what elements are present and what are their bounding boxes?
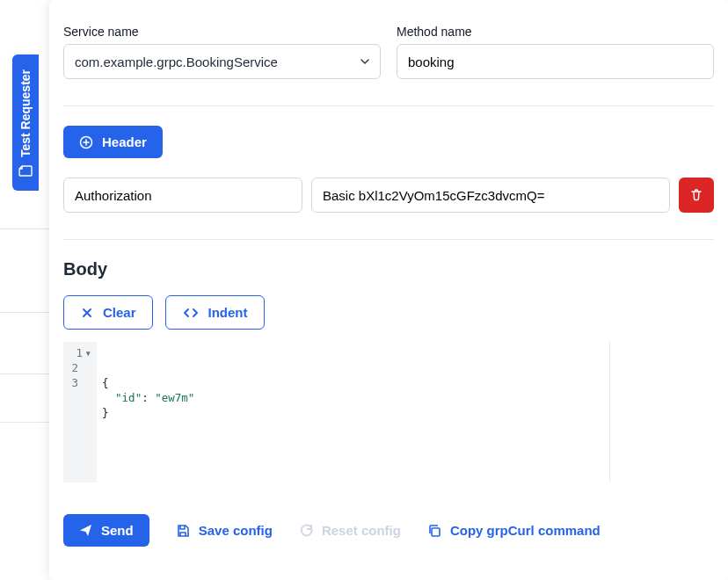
copy-grpcurl-button[interactable]: Copy grpCurl command	[427, 523, 601, 538]
side-tab-label: Test Requester	[18, 69, 33, 156]
service-name-label: Service name	[63, 25, 381, 39]
header-key-input[interactable]	[75, 188, 291, 203]
code-line: }	[102, 406, 109, 419]
save-config-label: Save config	[199, 523, 273, 538]
trash-icon	[689, 188, 703, 202]
close-icon	[80, 306, 94, 320]
add-header-label: Header	[102, 134, 147, 149]
header-value-wrap[interactable]	[311, 178, 670, 213]
send-label: Send	[101, 523, 134, 538]
method-name-input-wrap[interactable]	[397, 44, 714, 79]
header-key-wrap[interactable]	[63, 178, 302, 213]
copy-grpcurl-label: Copy grpCurl command	[450, 523, 601, 538]
delete-header-button[interactable]	[679, 178, 714, 213]
code-icon	[182, 306, 200, 320]
divider	[63, 105, 714, 106]
main-panel: Service name com.example.grpc.BookingSer…	[49, 0, 728, 580]
file-icon	[18, 164, 33, 177]
reset-config-button: Reset config	[299, 523, 401, 538]
plus-circle-icon	[79, 135, 93, 149]
refresh-icon	[299, 524, 313, 538]
svg-rect-1	[432, 528, 440, 536]
footer-actions: Send Save config Reset config Copy grpCu…	[63, 514, 714, 547]
service-name-select[interactable]: com.example.grpc.BookingService	[63, 44, 381, 79]
divider	[63, 239, 714, 240]
header-value-input[interactable]	[323, 188, 659, 203]
code-line: {	[102, 376, 109, 389]
method-name-input[interactable]	[408, 54, 703, 69]
header-row	[63, 178, 714, 213]
send-icon	[79, 524, 92, 537]
save-icon	[176, 524, 190, 538]
clear-body-button[interactable]: Clear	[63, 295, 153, 330]
indent-body-button[interactable]: Indent	[165, 295, 265, 330]
editor-code[interactable]: { "id": "ew7m" }	[97, 342, 609, 482]
code-line: "id": "ew7m"	[102, 391, 194, 404]
send-button[interactable]: Send	[63, 514, 149, 547]
reset-config-label: Reset config	[322, 523, 401, 538]
method-name-label: Method name	[397, 25, 714, 39]
editor-gutter: 1▾ 2 3	[63, 342, 97, 482]
add-header-button[interactable]: Header	[63, 126, 163, 158]
body-editor[interactable]: 1▾ 2 3 { "id": "ew7m" }	[63, 342, 610, 482]
service-name-value: com.example.grpc.BookingService	[75, 54, 278, 69]
indent-label: Indent	[208, 305, 248, 320]
clear-label: Clear	[103, 305, 136, 320]
chevron-down-icon	[359, 55, 371, 68]
save-config-button[interactable]: Save config	[176, 523, 273, 538]
copy-icon	[427, 524, 441, 538]
side-tab-test-requester[interactable]: Test Requester	[12, 54, 39, 191]
body-title: Body	[63, 259, 714, 279]
